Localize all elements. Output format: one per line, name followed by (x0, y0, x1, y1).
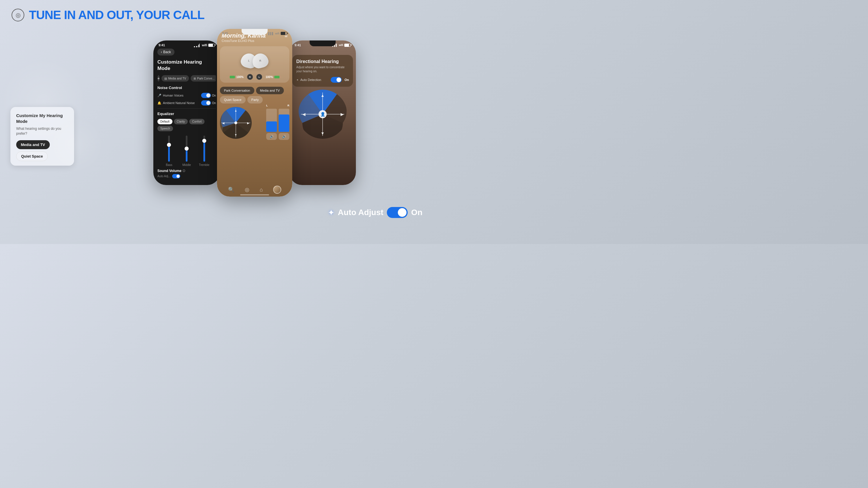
ambient-toggle[interactable]: On (201, 100, 216, 105)
ambient-icon: 🔔 (157, 101, 161, 105)
floating-pill-media[interactable]: Media and TV (16, 140, 50, 149)
rp-card-title: Directional Hearing (296, 59, 349, 64)
auto-adj-label: Auto Adj... (157, 174, 171, 178)
human-voices-toggle[interactable]: On (201, 93, 216, 98)
auto-adj-toggle[interactable] (172, 174, 180, 178)
wifi-icon: wifi (202, 43, 207, 47)
svg-text:▼: ▼ (320, 131, 324, 136)
earbuds-image: L R (223, 49, 286, 72)
floating-card-title: Customize My Hearing Mode (16, 113, 68, 124)
add-tab-button[interactable]: + (157, 75, 160, 82)
vol-icon-r[interactable]: 🔊 (279, 133, 289, 140)
rp-compass-area: 👤 ▲ ▼ ◀ ▶ (295, 90, 350, 139)
amb-toggle-switch[interactable] (201, 100, 211, 105)
hv-toggle-knob (206, 93, 210, 97)
rp-directional-card: Directional Hearing Adjust where you wan… (292, 55, 353, 87)
tab-media-tv[interactable]: ▤ Media and TV (161, 75, 189, 82)
lp-back-row: ‹ Back (157, 48, 216, 56)
eq-bars: Bass Middle Tremble (157, 135, 216, 166)
vol-bars (266, 109, 289, 132)
badge-r: R (247, 74, 253, 80)
battery-left: 100% (230, 75, 244, 78)
human-voices-text: Human Voices (163, 94, 183, 97)
mode-party[interactable]: Party (247, 96, 263, 103)
mode-quiet-space[interactable]: Quiet Space (220, 96, 246, 103)
ambient-text: Ambient Natural Noise (163, 101, 195, 105)
earbud-left-label: L (248, 59, 250, 62)
middle-track[interactable] (186, 136, 187, 162)
lp-tabs: + ▤ Media and TV ⊞ Park Conve... (157, 75, 216, 82)
divider1 (157, 108, 216, 109)
logo-symbol: ◎ (16, 11, 21, 19)
notch-left (174, 40, 199, 46)
amb-on-label: On (212, 101, 216, 105)
avatar[interactable] (273, 186, 281, 194)
phones-container: 9:41 ▌▌▌ wifi ‹ Back Customize Hearing M… (81, 29, 428, 238)
floating-pill-quiet[interactable]: Quiet Space (16, 152, 48, 161)
sv-text: Sound Volume (157, 169, 181, 173)
cp-bottom-nav: 🔍 ◎ ⌂ (217, 186, 292, 194)
nav-search[interactable]: 🔍 (228, 187, 235, 193)
badge-l: L (256, 74, 262, 80)
vol-l-label: L (266, 104, 268, 107)
rp-compass[interactable]: 👤 ▲ ▼ ◀ ▶ (298, 90, 347, 139)
eq-pill-speech[interactable]: Speech (157, 126, 173, 131)
svg-point-2 (235, 122, 237, 124)
lp-content: ‹ Back Customize Hearing Mode + ▤ Media … (153, 48, 220, 178)
eq-bar-middle: Middle (178, 136, 195, 166)
lp-title: Customize Hearing Mode (157, 59, 216, 72)
nav-home[interactable]: ⌂ (259, 187, 263, 193)
vol-r-label: R (288, 104, 290, 107)
svg-text:◀: ◀ (222, 122, 224, 125)
bass-track[interactable] (168, 136, 170, 162)
hv-toggle-switch[interactable] (201, 93, 211, 98)
mode-media-tv[interactable]: Media and TV (256, 87, 284, 94)
vol-track-r[interactable] (279, 109, 289, 132)
earbud-right-label: R (259, 59, 261, 62)
vol-track-l[interactable] (266, 109, 277, 132)
auto-detection-toggle[interactable] (331, 77, 342, 83)
back-label: Back (163, 50, 171, 54)
title-part1: TUNE IN AND (29, 8, 107, 22)
time-left: 9:41 (159, 43, 165, 47)
eq-pills: Default Clarity Confort Speech (157, 119, 216, 131)
eq-pill-default[interactable]: Default (157, 119, 173, 124)
mode-park-conversation[interactable]: Park Conversation (220, 87, 254, 94)
tab-label-park: Park Conve... (197, 77, 215, 80)
bat-icon-left (230, 76, 235, 78)
phone-left: 9:41 ▌▌▌ wifi ‹ Back Customize Hearing M… (153, 40, 220, 185)
auto-adj-row: Auto Adj... (157, 174, 216, 178)
search-nav-icon: 🔍 (228, 187, 235, 193)
eq-pill-clarity[interactable]: Clarity (174, 119, 188, 124)
amb-toggle-knob (206, 101, 210, 105)
vol-icon-l[interactable]: 🔊 (266, 133, 277, 140)
tremble-fill (204, 141, 205, 162)
wifi-icon-r: wifi (339, 44, 343, 46)
cp-compass[interactable]: ▲ ▼ ◀ ▶ (220, 107, 252, 139)
battery-icon-right (344, 44, 351, 47)
hv-on-label: On (212, 94, 216, 97)
rp-card-subtitle: Adjust where you want to concentrate you… (296, 65, 349, 73)
cp-volume-area: L R 🔊 🔊 (266, 104, 289, 140)
bass-label: Bass (166, 163, 172, 166)
battery-right: 100% (266, 75, 279, 78)
home-nav-icon: ⌂ (259, 187, 263, 193)
human-voices-label: 🎤 Human Voices (157, 94, 183, 97)
eq-pill-confort[interactable]: Confort (189, 119, 205, 124)
auto-det-knob (337, 77, 341, 82)
eq-title: Equalizer (157, 111, 216, 116)
svg-text:◀: ◀ (302, 112, 306, 117)
tremble-track[interactable] (204, 136, 205, 162)
logo-icon: ◎ (11, 9, 24, 22)
back-button[interactable]: ‹ Back (157, 48, 175, 56)
tab-park-conv[interactable]: ⊞ Park Conve... (191, 75, 216, 82)
time-center: 9:41 (222, 32, 228, 35)
sound-volume-label: Sound Volume ⓘ (157, 169, 185, 173)
notch-right (310, 40, 336, 46)
human-voices-row: 🎤 Human Voices On (157, 93, 216, 98)
rp-compass-svg: 👤 ▲ ▼ ◀ ▶ (298, 90, 347, 139)
bass-thumb (167, 143, 171, 147)
tab-icon-media: ▤ (164, 77, 167, 80)
floating-card-subtitle: What hearing settings do you prefer? (16, 126, 68, 136)
nav-logo[interactable]: ◎ (245, 187, 249, 193)
